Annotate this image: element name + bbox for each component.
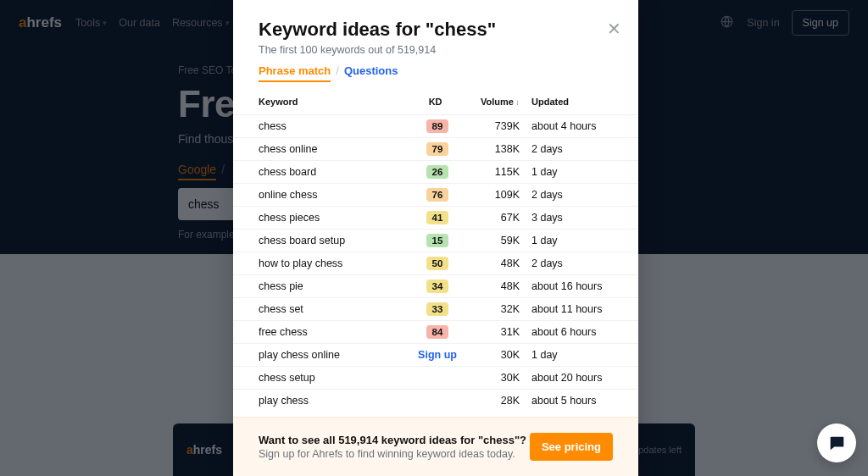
tab-questions[interactable]: Questions <box>344 64 398 77</box>
cta-line2: Sign up for Ahrefs to find winning keywo… <box>259 448 526 460</box>
table-row[interactable]: play chess28Kabout 5 hours <box>233 389 638 412</box>
cell-volume: 59K <box>459 235 520 246</box>
cell-updated: about 6 hours <box>520 326 613 338</box>
cell-keyword: chess setup <box>259 372 416 384</box>
cell-updated: about 16 hours <box>520 280 613 292</box>
cell-kd: 41 <box>416 211 459 224</box>
cell-updated: 1 day <box>520 349 613 361</box>
chat-icon[interactable] <box>817 423 856 462</box>
cell-kd: 79 <box>416 142 459 156</box>
cell-kd: Sign up <box>416 349 459 361</box>
col-kd[interactable]: KD <box>416 97 459 107</box>
cell-updated: about 11 hours <box>520 303 613 315</box>
col-volume[interactable]: Volume↓ <box>459 97 520 107</box>
cell-volume: 30K <box>459 372 520 384</box>
cell-updated: 1 day <box>520 235 613 246</box>
cell-volume: 739K <box>459 120 520 132</box>
table-row[interactable]: chess setup30Kabout 20 hours <box>233 366 638 389</box>
table-row[interactable]: chess pie3448Kabout 16 hours <box>233 274 638 297</box>
cell-kd: 50 <box>416 257 459 270</box>
table-row[interactable]: how to play chess5048K2 days <box>233 252 638 274</box>
cell-updated: 1 day <box>520 166 613 178</box>
cell-volume: 109K <box>459 189 520 201</box>
table-body: chess89739Kabout 4 hourschess online7913… <box>233 114 638 417</box>
cell-updated: about 5 hours <box>520 395 613 407</box>
cell-volume: 138K <box>459 143 520 155</box>
cell-updated: 2 days <box>520 257 613 269</box>
table-row[interactable]: chess board setup1559K1 day <box>233 229 638 252</box>
see-pricing-button[interactable]: See pricing <box>530 433 613 461</box>
col-keyword[interactable]: Keyword <box>259 97 416 107</box>
cell-kd: 26 <box>416 165 459 179</box>
cell-kd: 89 <box>416 119 459 133</box>
cell-keyword: chess board setup <box>259 235 416 246</box>
table-row[interactable]: chess online79138K2 days <box>233 137 638 160</box>
table-row[interactable]: chess pieces4167K3 days <box>233 206 638 229</box>
cell-keyword: chess pieces <box>259 212 416 224</box>
cell-updated: 2 days <box>520 189 613 201</box>
cell-volume: 48K <box>459 257 520 269</box>
cell-updated: 2 days <box>520 143 613 155</box>
cell-keyword: chess pie <box>259 280 416 292</box>
cell-keyword: chess online <box>259 143 416 155</box>
cell-keyword: chess <box>259 120 416 132</box>
cell-volume: 48K <box>459 280 520 292</box>
table-row[interactable]: chess board26115K1 day <box>233 160 638 183</box>
cell-updated: about 4 hours <box>520 120 613 132</box>
table-row[interactable]: online chess76109K2 days <box>233 183 638 206</box>
table-header: Keyword KD Volume↓ Updated <box>233 89 638 114</box>
signup-link[interactable]: Sign up <box>418 349 457 361</box>
tab-phrase-match[interactable]: Phrase match <box>259 64 331 82</box>
cell-keyword: chess set <box>259 303 416 315</box>
cell-volume: 67K <box>459 212 520 224</box>
cell-kd: 15 <box>416 234 459 247</box>
cell-keyword: how to play chess <box>259 257 416 269</box>
cell-updated: 3 days <box>520 212 613 224</box>
cell-volume: 115K <box>459 166 520 178</box>
cell-keyword: online chess <box>259 189 416 201</box>
cell-kd: 76 <box>416 188 459 202</box>
table-row[interactable]: chess set3332Kabout 11 hours <box>233 297 638 320</box>
modal-title: Keyword ideas for "chess" <box>259 19 613 41</box>
table-row[interactable]: chess89739Kabout 4 hours <box>233 114 638 137</box>
table-row[interactable]: play chess onlineSign up30K1 day <box>233 343 638 366</box>
close-icon[interactable]: ✕ <box>607 20 621 37</box>
cell-volume: 32K <box>459 303 520 315</box>
col-updated[interactable]: Updated <box>520 97 613 107</box>
cell-keyword: chess board <box>259 166 416 178</box>
cell-kd: 33 <box>416 302 459 316</box>
cell-keyword: free chess <box>259 326 416 338</box>
cell-kd: 84 <box>416 325 459 339</box>
cell-keyword: play chess <box>259 395 416 407</box>
cell-updated: about 20 hours <box>520 372 613 384</box>
cell-volume: 28K <box>459 395 520 407</box>
cell-keyword: play chess online <box>259 349 416 361</box>
keyword-ideas-modal: Keyword ideas for "chess" The first 100 … <box>233 0 638 476</box>
cta-line1: Want to see all 519,914 keyword ideas fo… <box>259 434 526 446</box>
modal-subtitle: The first 100 keywords out of 519,914 <box>259 44 613 56</box>
cell-kd: 34 <box>416 280 459 293</box>
table-row[interactable]: free chess8431Kabout 6 hours <box>233 320 638 343</box>
cell-volume: 30K <box>459 349 520 361</box>
modal-cta: Want to see all 519,914 keyword ideas fo… <box>233 417 638 476</box>
modal-tabs: Phrase match/Questions <box>233 64 638 77</box>
cell-volume: 31K <box>459 326 520 338</box>
